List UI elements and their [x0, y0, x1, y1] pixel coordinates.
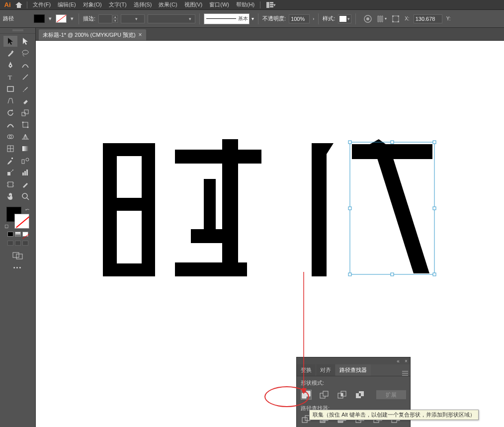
menu-type[interactable]: 文字(T): [105, 1, 130, 8]
align-icon[interactable]: ▾: [377, 14, 387, 24]
x-label: X:: [405, 16, 409, 21]
fill-swatch[interactable]: [34, 14, 45, 23]
mesh-tool-icon[interactable]: [3, 143, 17, 154]
stroke-color-icon[interactable]: [14, 214, 29, 229]
svg-rect-0: [266, 2, 269, 8]
menu-edit[interactable]: 编辑(E): [54, 1, 80, 8]
paintbrush-tool-icon[interactable]: [18, 84, 32, 94]
none-mode-icon[interactable]: [22, 232, 28, 237]
lasso-tool-icon[interactable]: [18, 48, 32, 59]
svg-rect-50: [433, 273, 436, 276]
stroke-swatch[interactable]: [56, 14, 67, 23]
artboard-tool-icon[interactable]: [3, 179, 17, 190]
shaper-tool-icon[interactable]: [3, 95, 17, 106]
color-mode-icon[interactable]: [7, 232, 13, 237]
brush-dropdown-icon[interactable]: ▾: [252, 16, 254, 21]
curvature-tool-icon[interactable]: [18, 60, 32, 71]
brush-color-dropdown[interactable]: ▾: [148, 14, 195, 23]
svg-rect-24: [22, 146, 28, 151]
line-segment-tool-icon[interactable]: [18, 72, 32, 83]
document-tab[interactable]: 未标题-1* @ 200% (CMYK/GPU 预览) ×: [39, 29, 146, 40]
gradient-tool-icon[interactable]: [18, 143, 32, 154]
brush-definition-dropdown[interactable]: 基本: [204, 13, 250, 24]
draw-behind-icon[interactable]: [15, 241, 21, 246]
home-icon[interactable]: [13, 1, 25, 9]
eyedropper-tool-icon[interactable]: [3, 155, 17, 166]
tab-align[interactable]: 对齐: [316, 364, 335, 376]
menu-file[interactable]: 文件(F): [29, 1, 54, 8]
shape-modes-label: 形状模式:: [301, 379, 406, 387]
draw-normal-icon[interactable]: [7, 241, 13, 246]
edit-toolbar-icon[interactable]: •••: [13, 264, 22, 270]
free-transform-tool-icon[interactable]: [18, 119, 32, 130]
rectangle-tool-icon[interactable]: [3, 84, 17, 94]
graphic-style-dropdown[interactable]: ▾: [338, 14, 351, 23]
pen-tool-icon[interactable]: [3, 60, 17, 71]
direct-selection-tool-icon[interactable]: [18, 36, 32, 47]
blend-tool-icon[interactable]: [18, 155, 32, 166]
slice-tool-icon[interactable]: [18, 179, 32, 190]
svg-rect-15: [7, 86, 13, 91]
annotation-arrow-icon: [302, 272, 312, 396]
menu-select[interactable]: 选择(S): [130, 1, 156, 8]
magic-wand-tool-icon[interactable]: [3, 48, 17, 59]
rotate-tool-icon[interactable]: [3, 107, 17, 118]
pathfinder-minus-front-icon[interactable]: [319, 390, 330, 400]
pathfinder-exclude-icon[interactable]: [354, 390, 365, 400]
screen-mode-icon[interactable]: [12, 252, 23, 259]
stroke-weight-stepper[interactable]: ▴▾: [98, 14, 118, 23]
stroke-dropdown-icon[interactable]: ▾: [70, 16, 75, 21]
menu-window[interactable]: 窗口(W): [206, 1, 233, 8]
panel-collapse-icon[interactable]: «: [395, 358, 401, 364]
swap-fill-stroke-icon[interactable]: ⤺: [25, 207, 29, 212]
opacity-input[interactable]: [289, 14, 310, 23]
svg-point-29: [12, 170, 13, 171]
svg-rect-32: [26, 170, 28, 175]
scale-tool-icon[interactable]: [18, 107, 32, 118]
svg-rect-49: [391, 273, 394, 276]
symbol-sprayer-tool-icon[interactable]: [3, 167, 17, 178]
selection-tool-icon[interactable]: [3, 36, 17, 47]
stroke-weight-label: 描边:: [83, 15, 95, 22]
recolor-icon[interactable]: [363, 14, 373, 24]
svg-rect-57: [302, 418, 307, 423]
column-graph-tool-icon[interactable]: [18, 167, 32, 178]
x-value-input[interactable]: 130.678: [414, 14, 442, 23]
menu-object[interactable]: 对象(O): [80, 1, 105, 8]
workspace-switch-icon[interactable]: ▾: [266, 2, 276, 8]
draw-inside-icon[interactable]: [22, 241, 28, 246]
svg-rect-56: [359, 393, 361, 396]
svg-rect-17: [24, 110, 28, 114]
tab-pathfinder[interactable]: 路径查找器: [336, 364, 371, 376]
shape-builder-tool-icon[interactable]: [3, 131, 17, 142]
fill-stroke-box[interactable]: ⤺ ◻: [6, 207, 29, 229]
width-tool-icon[interactable]: [3, 119, 17, 130]
svg-rect-37: [16, 254, 22, 259]
panel-menu-icon[interactable]: [400, 371, 410, 376]
menu-view[interactable]: 视图(V): [181, 1, 206, 8]
fill-dropdown-icon[interactable]: ▾: [48, 16, 53, 21]
eraser-tool-icon[interactable]: [18, 95, 32, 106]
hand-tool-icon[interactable]: [3, 191, 17, 202]
menu-effect[interactable]: 效果(C): [155, 1, 180, 8]
menu-help[interactable]: 帮助(H): [233, 1, 258, 8]
zoom-tool-icon[interactable]: [18, 191, 32, 202]
perspective-grid-tool-icon[interactable]: [18, 131, 32, 142]
canvas[interactable]: « × 变换 对齐 路径查找器 形状模式:: [36, 41, 504, 427]
panel-handle-icon[interactable]: [0, 28, 35, 34]
close-tab-icon[interactable]: ×: [139, 31, 142, 38]
tool-panel: T ⤺ ◻: [0, 28, 36, 427]
svg-line-35: [27, 198, 29, 200]
panel-close-icon[interactable]: ×: [403, 358, 409, 364]
pathfinder-expand-button[interactable]: 扩展: [376, 390, 406, 399]
svg-rect-33: [8, 182, 13, 187]
pathfinder-intersect-icon[interactable]: [336, 390, 347, 400]
default-fill-stroke-icon[interactable]: ◻: [4, 223, 8, 229]
stroke-profile-dropdown[interactable]: ▾: [121, 14, 145, 23]
tooltip: 联集（按住 Alt 键单击，以创建一个复合形状，并添加到形状区域）: [309, 410, 479, 420]
artboard: [36, 41, 504, 427]
type-tool-icon[interactable]: T: [3, 72, 17, 83]
gradient-mode-icon[interactable]: [15, 232, 21, 237]
transform-icon[interactable]: [391, 14, 401, 24]
svg-rect-3: [270, 6, 273, 7]
